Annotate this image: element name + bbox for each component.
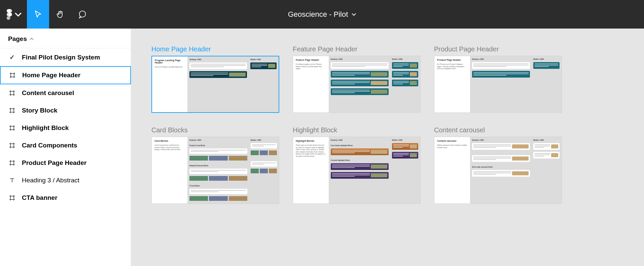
- frame-thumbnail[interactable]: Highlight BlocksThree types of content b…: [293, 137, 421, 204]
- frame-title[interactable]: Feature Page Header: [293, 45, 421, 53]
- frame-preview-panel: Desktop >1062Mobile <1062: [329, 56, 420, 113]
- page-item[interactable]: Product Page Header: [0, 154, 131, 172]
- frame-title[interactable]: Product Page Header: [434, 45, 562, 53]
- frame-thumbnail[interactable]: Feature Page HeaderFor feature pages suc…: [293, 56, 421, 113]
- frame[interactable]: Highlight BlockHighlight BlocksThree typ…: [293, 126, 421, 204]
- comment-icon: [78, 10, 87, 19]
- svg-point-1: [79, 11, 86, 17]
- page-item-label: Card Components: [22, 142, 77, 149]
- frame-doc-panel: Feature Page HeaderFor feature pages suc…: [293, 56, 329, 113]
- frame-doc-panel: Content carouselSliding carousel used to…: [434, 137, 470, 204]
- top-toolbar: Geoscience - Pilot: [0, 0, 644, 29]
- pages-section-header[interactable]: Pages: [0, 29, 131, 48]
- frame-doc-panel: Program Landing Page HeaderUsed on Progr…: [152, 56, 187, 112]
- frame-preview-panel: Desktop >1062Mobile <1062: [470, 56, 562, 113]
- frame-doc-panel: Highlight BlocksThree types of content b…: [293, 137, 329, 204]
- frame[interactable]: Home Page HeaderProgram Landing Page Hea…: [151, 45, 279, 113]
- frame-thumbnail[interactable]: Content carouselSliding carousel used to…: [434, 137, 562, 204]
- page-item-label: CTA banner: [22, 194, 58, 202]
- page-item[interactable]: Content carousel: [0, 84, 131, 102]
- hand-icon: [56, 10, 65, 19]
- page-item-label: Home Page Header: [22, 72, 80, 79]
- frame[interactable]: Content carouselContent carouselSliding …: [434, 126, 562, 204]
- frame-icon: [8, 125, 16, 131]
- page-item[interactable]: Highlight Block: [0, 119, 131, 137]
- page-item-label: Heading 3 / Abstract: [22, 177, 79, 184]
- page-item[interactable]: Home Page Header: [0, 66, 131, 84]
- figma-menu-button[interactable]: [0, 0, 27, 29]
- page-item[interactable]: Heading 3 / Abstract: [0, 172, 131, 189]
- frame-thumbnail[interactable]: Card BlocksCard Components combined into…: [151, 137, 279, 204]
- page-list: ✓Final Pilot Design SystemHome Page Head…: [0, 48, 131, 207]
- frame-icon: [9, 72, 16, 79]
- frame-icon: [8, 107, 16, 114]
- chevron-down-icon: [351, 12, 356, 17]
- frame-thumbnail[interactable]: Program Landing Page HeaderUsed on Progr…: [151, 56, 279, 113]
- page-item[interactable]: Card Components: [0, 137, 131, 154]
- frame-title[interactable]: Home Page Header: [151, 45, 279, 53]
- page-item-label: Story Block: [22, 107, 58, 114]
- move-tool-button[interactable]: [27, 0, 49, 29]
- chevron-up-icon: [30, 37, 34, 41]
- frame[interactable]: Feature Page HeaderFeature Page HeaderFo…: [293, 45, 421, 113]
- frame[interactable]: Product Page HeaderProduct Page HeaderFo…: [434, 45, 562, 113]
- cursor-icon: [33, 10, 43, 19]
- page-item-label: Product Page Header: [22, 159, 86, 167]
- hand-tool-button[interactable]: [49, 0, 71, 29]
- frame[interactable]: Card BlocksCard BlocksCard Components co…: [151, 126, 279, 204]
- file-title-text: Geoscience - Pilot: [288, 10, 348, 19]
- frame-preview-panel: Desktop >1062Case Study Highlight BlockC…: [329, 137, 420, 204]
- file-title[interactable]: Geoscience - Pilot: [288, 10, 356, 19]
- frame-icon: [8, 90, 16, 96]
- page-item[interactable]: ✓Final Pilot Design System: [0, 48, 131, 66]
- page-item-label: Highlight Block: [22, 124, 69, 132]
- frame-title[interactable]: Card Blocks: [151, 126, 279, 134]
- frame-icon: [8, 160, 16, 166]
- frame-doc-panel: Product Page HeaderFor Product and Produ…: [434, 56, 470, 113]
- frame-preview-panel: Desktop >1062Mobile <1062: [187, 56, 279, 112]
- main-area: Pages ✓Final Pilot Design SystemHome Pag…: [0, 29, 644, 266]
- figma-logo-icon: [5, 9, 12, 20]
- page-item-label: Content carousel: [22, 89, 74, 97]
- frame-title[interactable]: Highlight Block: [293, 126, 421, 134]
- frame-preview-panel: Desktop >1062Extra wide carousel blockMo…: [470, 137, 562, 204]
- frame-doc-panel: Card BlocksCard Components combined into…: [152, 137, 187, 204]
- page-item[interactable]: Story Block: [0, 102, 131, 119]
- comment-tool-button[interactable]: [71, 0, 94, 29]
- frame-preview-panel: Desktop >1062Product Card BlockRelated P…: [187, 137, 279, 204]
- pages-panel: Pages ✓Final Pilot Design SystemHome Pag…: [0, 29, 131, 266]
- checkmark-icon: ✓: [8, 53, 16, 61]
- text-icon: [8, 177, 16, 184]
- frame-grid: Home Page HeaderProgram Landing Page Hea…: [151, 45, 624, 204]
- frame-icon: [8, 194, 16, 201]
- frame-thumbnail[interactable]: Product Page HeaderFor Product and Produ…: [434, 56, 562, 113]
- frame-title[interactable]: Content carousel: [434, 126, 562, 134]
- canvas[interactable]: Home Page HeaderProgram Landing Page Hea…: [131, 29, 644, 266]
- pages-section-label: Pages: [8, 35, 27, 43]
- frame-icon: [8, 142, 16, 149]
- page-item-label: Final Pilot Design System: [22, 54, 100, 61]
- page-item[interactable]: CTA banner: [0, 189, 131, 207]
- chevron-down-icon: [14, 9, 22, 20]
